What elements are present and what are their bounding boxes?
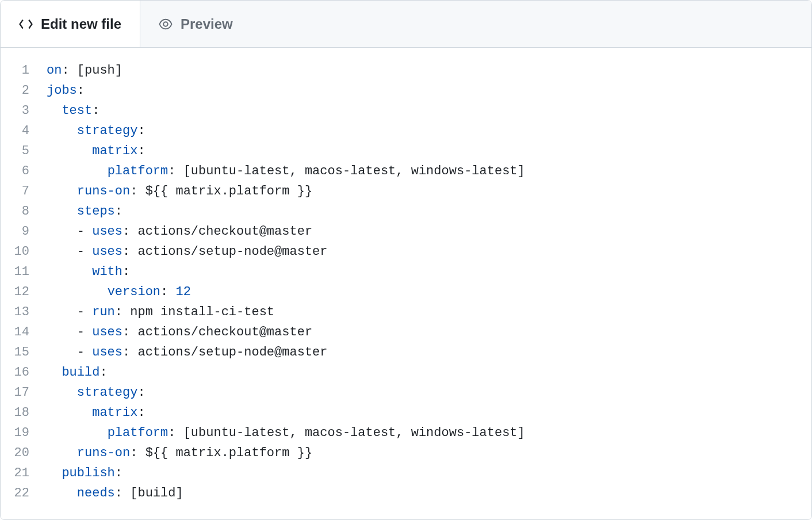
- line-number: 16: [1, 362, 29, 383]
- line-number: 13: [1, 302, 29, 322]
- tab-preview[interactable]: Preview: [140, 1, 251, 47]
- tab-edit-label: Edit new file: [41, 16, 121, 32]
- code-line[interactable]: matrix:: [47, 403, 811, 423]
- line-number: 14: [1, 322, 29, 342]
- line-number: 8: [1, 201, 29, 221]
- tab-edit[interactable]: Edit new file: [1, 1, 140, 47]
- line-number: 5: [1, 141, 29, 161]
- line-number: 17: [1, 383, 29, 403]
- code-line[interactable]: steps:: [47, 201, 811, 221]
- code-line[interactable]: - uses: actions/setup-node@master: [47, 342, 811, 362]
- code-line[interactable]: publish:: [47, 463, 811, 483]
- svg-point-0: [163, 22, 168, 26]
- code-line[interactable]: - run: npm install-ci-test: [47, 302, 811, 322]
- code-line[interactable]: strategy:: [47, 383, 811, 403]
- code-line[interactable]: - uses: actions/checkout@master: [47, 221, 811, 242]
- line-number: 11: [1, 262, 29, 282]
- code-editor[interactable]: 12345678910111213141516171819202122 on: …: [1, 48, 811, 503]
- code-line[interactable]: matrix:: [47, 141, 811, 161]
- line-number: 20: [1, 443, 29, 463]
- line-number: 10: [1, 242, 29, 262]
- code-line[interactable]: needs: [build]: [47, 483, 811, 503]
- line-number: 19: [1, 423, 29, 443]
- code-line[interactable]: version: 12: [47, 282, 811, 302]
- line-number: 21: [1, 463, 29, 483]
- line-number: 9: [1, 221, 29, 242]
- code-line[interactable]: - uses: actions/checkout@master: [47, 322, 811, 342]
- editor-tabs: Edit new file Preview: [1, 1, 811, 48]
- code-content[interactable]: on: [push]jobs: test: strategy: matrix: …: [47, 60, 811, 503]
- file-editor-container: Edit new file Preview 123456789101112131…: [0, 0, 812, 520]
- line-number: 12: [1, 282, 29, 302]
- line-number: 2: [1, 81, 29, 101]
- code-line[interactable]: with:: [47, 262, 811, 282]
- line-number: 3: [1, 101, 29, 121]
- line-number: 18: [1, 403, 29, 423]
- code-line[interactable]: on: [push]: [47, 60, 811, 81]
- code-line[interactable]: platform: [ubuntu-latest, macos-latest, …: [47, 161, 811, 181]
- code-line[interactable]: runs-on: ${{ matrix.platform }}: [47, 443, 811, 463]
- line-number: 6: [1, 161, 29, 181]
- line-number: 22: [1, 483, 29, 503]
- line-number: 7: [1, 181, 29, 201]
- code-line[interactable]: build:: [47, 362, 811, 383]
- line-number: 15: [1, 342, 29, 362]
- line-number: 4: [1, 121, 29, 141]
- code-line[interactable]: - uses: actions/setup-node@master: [47, 242, 811, 262]
- code-icon: [19, 17, 33, 31]
- tab-preview-label: Preview: [181, 16, 233, 32]
- code-line[interactable]: runs-on: ${{ matrix.platform }}: [47, 181, 811, 201]
- code-line[interactable]: test:: [47, 101, 811, 121]
- code-line[interactable]: strategy:: [47, 121, 811, 141]
- eye-icon: [159, 17, 173, 31]
- line-number-gutter: 12345678910111213141516171819202122: [1, 60, 47, 503]
- code-line[interactable]: jobs:: [47, 81, 811, 101]
- code-line[interactable]: platform: [ubuntu-latest, macos-latest, …: [47, 423, 811, 443]
- line-number: 1: [1, 60, 29, 81]
